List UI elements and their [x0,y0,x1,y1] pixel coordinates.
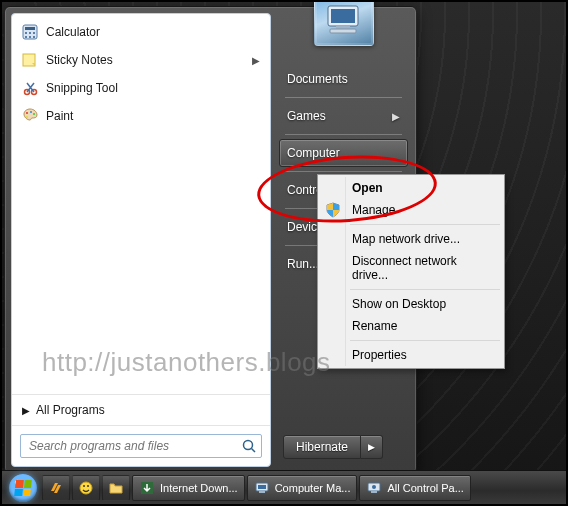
pinned-programs-list: Calculator Sticky Notes ▶ Snipping Tool [12,14,270,394]
svg-point-23 [87,485,89,487]
svg-rect-1 [25,27,35,30]
svg-point-21 [80,482,92,494]
taskbar-pinned-explorer[interactable] [102,475,130,501]
ctx-properties[interactable]: Properties [320,344,502,366]
pinned-item-label: Calculator [46,25,100,39]
svg-rect-18 [331,9,355,23]
ctx-show-desktop[interactable]: Show on Desktop [320,293,502,315]
taskbar-task[interactable]: Computer Ma... [247,475,358,501]
ctx-label: Manage [352,203,395,217]
ctx-label: Properties [352,348,407,362]
svg-point-11 [26,112,28,114]
shutdown-group: Hibernate ▶ [279,435,408,465]
places-label: Games [287,109,326,123]
paint-icon [22,108,38,124]
smiley-icon [78,480,94,496]
shutdown-options-button[interactable]: ▶ [361,435,383,459]
ctx-label: Show on Desktop [352,297,446,311]
chevron-right-icon: ▶ [392,111,400,122]
svg-rect-20 [330,29,356,33]
user-picture[interactable] [314,0,374,46]
svg-rect-26 [258,485,266,489]
pinned-item-calculator[interactable]: Calculator [12,18,270,46]
chevron-right-icon: ▶ [252,55,260,66]
svg-rect-5 [25,36,27,38]
places-computer[interactable]: Computer [279,139,408,167]
separator [350,340,500,341]
search-box[interactable] [20,434,262,458]
ctx-rename[interactable]: Rename [320,315,502,337]
pinned-item-label: Paint [46,109,73,123]
ctx-manage[interactable]: Manage [320,199,502,221]
svg-point-13 [33,113,35,115]
ctrlpanel-icon [366,480,382,496]
pinned-item-label: Sticky Notes [46,53,113,67]
search-icon [241,438,257,454]
taskbar-task-label: All Control Pa... [387,482,463,494]
ctx-label: Rename [352,319,397,333]
ctx-label: Open [352,181,383,195]
stickynotes-icon [22,52,38,68]
start-menu-left-pane: Calculator Sticky Notes ▶ Snipping Tool [11,13,271,467]
context-menu: Open Manage Map network drive... Disconn… [317,174,505,369]
ctx-open[interactable]: Open [320,177,502,199]
svg-line-16 [252,449,256,453]
svg-rect-6 [29,36,31,38]
pinned-item-paint[interactable]: Paint [12,102,270,130]
svg-point-15 [244,441,253,450]
chevron-right-icon: ▶ [368,442,375,452]
shutdown-button[interactable]: Hibernate [283,435,361,459]
svg-rect-2 [25,32,27,34]
svg-point-22 [83,485,85,487]
ctx-label: Map network drive... [352,232,460,246]
shield-icon [325,202,341,218]
calculator-icon [22,24,38,40]
separator [285,171,402,172]
chevron-right-icon: ▶ [22,405,30,416]
taskbar-pinned-winamp[interactable] [42,475,70,501]
computer-icon [322,4,366,40]
all-programs-label: All Programs [36,403,105,417]
pinned-item-stickynotes[interactable]: Sticky Notes ▶ [12,46,270,74]
svg-rect-7 [33,36,35,38]
pinned-item-snipping[interactable]: Snipping Tool [12,74,270,102]
start-button[interactable] [6,473,40,503]
places-label: Documents [287,72,348,86]
taskbar: Internet Down... Computer Ma... All Cont… [2,470,566,504]
separator [350,224,500,225]
places-documents[interactable]: Documents [279,65,408,93]
places-games[interactable]: Games ▶ [279,102,408,130]
ctx-disconnect-drive[interactable]: Disconnect network drive... [320,250,502,286]
svg-rect-27 [259,491,265,493]
compmgmt-icon [254,480,270,496]
svg-rect-30 [371,491,377,493]
winamp-icon [48,480,64,496]
svg-point-12 [30,111,32,113]
places-label: Run... [287,257,319,271]
snipping-icon [22,80,38,96]
separator [285,134,402,135]
search-input[interactable] [27,438,241,454]
ctx-label: Disconnect network drive... [352,254,492,282]
taskbar-pinned-messenger[interactable] [72,475,100,501]
shutdown-label: Hibernate [296,440,348,454]
windows-logo-icon [14,480,32,496]
places-label: Computer [287,146,340,160]
svg-point-29 [372,485,376,489]
separator [285,97,402,98]
taskbar-task[interactable]: All Control Pa... [359,475,470,501]
taskbar-task-label: Computer Ma... [275,482,351,494]
ctx-map-drive[interactable]: Map network drive... [320,228,502,250]
taskbar-task[interactable]: Internet Down... [132,475,245,501]
folder-icon [108,480,124,496]
pinned-item-label: Snipping Tool [46,81,118,95]
svg-rect-3 [29,32,31,34]
svg-point-14 [26,116,28,118]
search-box-wrap [12,425,270,466]
separator [350,289,500,290]
all-programs-button[interactable]: ▶ All Programs [12,394,270,425]
svg-rect-4 [33,32,35,34]
idm-icon [139,480,155,496]
taskbar-task-label: Internet Down... [160,482,238,494]
